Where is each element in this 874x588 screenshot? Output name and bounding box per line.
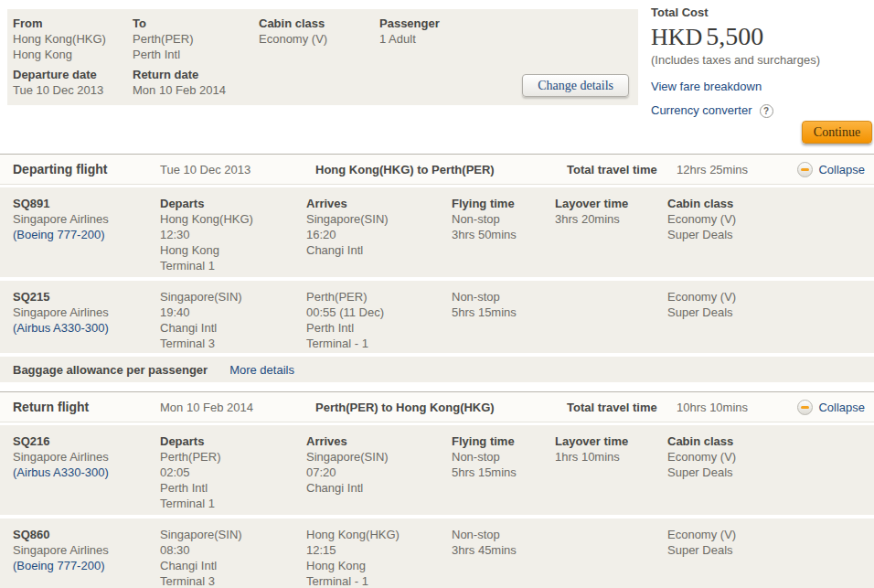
flying-type: Non-stop: [452, 211, 555, 227]
continue-button[interactable]: Continue: [802, 121, 872, 144]
cabin-column: Cabin class Economy (V) Super Deals: [667, 433, 874, 515]
flying-type: Non-stop: [452, 289, 555, 305]
aircraft-link[interactable]: (Boeing 777-200): [13, 559, 104, 572]
booking-summary-panel: From Hong Kong(HKG) Hong Kong To Perth(P…: [7, 9, 638, 105]
fare-type: Super Deals: [667, 465, 874, 480]
departs-column: Singapore(SIN) 08:30 Changi Intl Termina…: [160, 527, 306, 588]
arrive-terminal: Terminal - 1: [306, 573, 452, 588]
depart-city: Perth(PER): [160, 449, 306, 465]
flying-time-column: Flying time Non-stop 3hrs 50mins: [452, 196, 555, 277]
depart-city: Singapore(SIN): [160, 527, 306, 542]
field-label: Passenger: [379, 16, 440, 31]
flight-number: SQ215: [13, 289, 160, 305]
flight-number: SQ860: [13, 527, 160, 542]
cabin-class: Economy (V): [667, 211, 874, 227]
departs-header: Departs: [160, 433, 306, 449]
fare-breakdown-row: View fare breakdown: [651, 80, 870, 94]
airline-name: Singapore Airlines: [13, 449, 160, 465]
arrive-time: 12:15: [306, 542, 452, 558]
aircraft-link[interactable]: (Airbus A330-300): [13, 465, 109, 479]
field-value: Economy (V): [259, 31, 327, 47]
flight-id-column: SQ216 Singapore Airlines (Airbus A330-30…: [13, 433, 160, 515]
depart-city: Hong Kong(HKG): [160, 211, 306, 227]
total-cost-panel: Total Cost HKD5,500 (Includes taxes and …: [651, 5, 870, 118]
arrives-header: Arrives: [306, 196, 452, 211]
arrive-airport: Perth Intl: [306, 320, 452, 336]
layover-column: [555, 527, 667, 588]
flight-segment: SQ860 Singapore Airlines (Boeing 777-200…: [0, 519, 874, 588]
field-label: From: [13, 16, 106, 31]
flight-id-column: SQ215 Singapore Airlines (Airbus A330-30…: [13, 289, 160, 353]
layover-duration: 1hrs 10mins: [555, 449, 667, 465]
arrive-time: 00:55 (11 Dec): [306, 305, 452, 320]
amount-value: 5,500: [706, 22, 763, 50]
currency-code: HKD: [651, 24, 702, 50]
flight-segment: SQ891 Singapore Airlines (Boeing 777-200…: [0, 187, 874, 277]
layover-header: Layover time: [555, 196, 667, 211]
flying-time-header: Flying time: [452, 433, 555, 449]
arrive-airport: Hong Kong: [306, 558, 452, 573]
field-label: To: [133, 16, 193, 31]
flying-time-column: Flying time Non-stop 5hrs 15mins: [452, 433, 555, 515]
arrives-column: Arrives Singapore(SIN) 16:20 Changi Intl: [306, 196, 452, 277]
airline-name: Singapore Airlines: [13, 211, 160, 227]
cabin-class: Economy (V): [667, 527, 874, 542]
arrive-city: Singapore(SIN): [306, 211, 452, 227]
field-label: Departure date: [13, 67, 103, 82]
summary-field-return-date: Return date Mon 10 Feb 2014: [133, 67, 226, 98]
arrive-city: Singapore(SIN): [306, 449, 452, 465]
layover-header: Layover time: [555, 433, 667, 449]
arrive-airport: Changi Intl: [306, 480, 452, 496]
return-flight-section: Return flight Mon 10 Feb 2014 Perth(PER)…: [0, 391, 874, 588]
section-header: Departing flight Tue 10 Dec 2013 Hong Ko…: [0, 154, 874, 185]
help-icon[interactable]: ?: [760, 104, 773, 118]
currency-converter-link[interactable]: Currency converter: [651, 103, 752, 118]
arrive-airport: Changi Intl: [306, 242, 452, 258]
flying-duration: 3hrs 50mins: [452, 227, 555, 242]
section-date: Tue 10 Dec 2013: [160, 163, 315, 176]
total-travel-time-value: 12hrs 25mins: [677, 163, 773, 176]
section-route: Hong Kong(HKG) to Perth(PER): [315, 163, 567, 176]
section-header: Return flight Mon 10 Feb 2014 Perth(PER)…: [0, 391, 874, 422]
collapse-minus-icon: [797, 400, 813, 415]
taxes-note: (Includes taxes and surcharges): [651, 53, 870, 67]
flight-id-column: SQ860 Singapore Airlines (Boeing 777-200…: [13, 527, 160, 588]
aircraft-link[interactable]: (Boeing 777-200): [13, 228, 104, 241]
flight-number: SQ891: [13, 196, 160, 211]
fare-type: Super Deals: [667, 305, 874, 320]
summary-field-passenger: Passenger 1 Adult: [379, 16, 440, 47]
section-title: Departing flight: [13, 162, 160, 176]
depart-time: 12:30: [160, 227, 306, 242]
collapse-button[interactable]: Collapse: [773, 162, 865, 177]
arrive-city: Hong Kong(HKG): [306, 527, 452, 542]
cabin-column: Economy (V) Super Deals: [667, 527, 874, 588]
collapse-button[interactable]: Collapse: [773, 400, 865, 415]
more-details-link[interactable]: More details: [229, 363, 294, 377]
departs-column: Departs Hong Kong(HKG) 12:30 Hong Kong T…: [160, 196, 306, 277]
summary-field-departure-date: Departure date Tue 10 Dec 2013: [13, 67, 103, 98]
layover-column: [555, 289, 667, 353]
field-value: 1 Adult: [379, 31, 440, 47]
summary-field-from: From Hong Kong(HKG) Hong Kong: [13, 16, 106, 62]
view-fare-breakdown-link[interactable]: View fare breakdown: [651, 80, 762, 94]
depart-terminal: Terminal 3: [160, 336, 306, 351]
summary-field-to: To Perth(PER) Perth Intl: [133, 16, 193, 62]
depart-terminal: Terminal 3: [160, 573, 306, 588]
change-details-button[interactable]: Change details: [522, 74, 629, 97]
field-value: Hong Kong(HKG): [13, 31, 106, 47]
flying-duration: 3hrs 45mins: [452, 542, 555, 558]
arrive-time: 07:20: [306, 465, 452, 480]
cabin-column: Economy (V) Super Deals: [667, 289, 874, 353]
cabin-header: Cabin class: [667, 196, 874, 211]
field-value: Perth(PER): [133, 31, 193, 47]
arrive-time: 16:20: [306, 227, 452, 242]
aircraft-link[interactable]: (Airbus A330-300): [13, 321, 109, 335]
field-value: Hong Kong: [13, 47, 106, 62]
cabin-class: Economy (V): [667, 289, 874, 305]
depart-time: 02:05: [160, 465, 306, 480]
arrive-city: Perth(PER): [306, 289, 452, 305]
baggage-label: Baggage allowance per passenger: [13, 363, 208, 377]
depart-terminal: Terminal 1: [160, 496, 306, 511]
flying-type: Non-stop: [452, 527, 555, 542]
field-value: Mon 10 Feb 2014: [133, 82, 226, 98]
